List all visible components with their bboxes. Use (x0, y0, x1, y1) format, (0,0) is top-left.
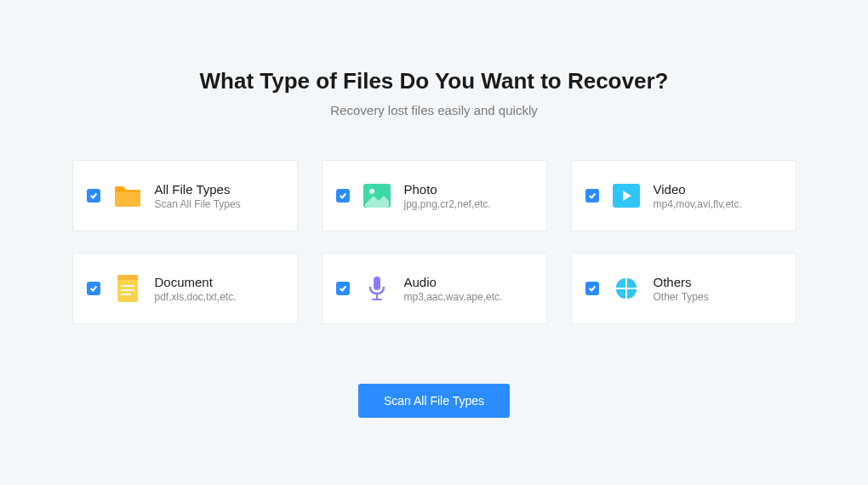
check-icon (89, 191, 98, 200)
checkbox-document[interactable] (87, 282, 100, 295)
svg-rect-9 (376, 294, 378, 299)
card-text: Audio mp3,aac,wav,ape,etc. (404, 275, 503, 303)
card-title: Document (155, 275, 237, 289)
card-text: All File Types Scan All File Types (155, 182, 241, 210)
checkbox-others[interactable] (585, 282, 599, 295)
card-text: Video mp4,mov,avi,flv,etc. (654, 182, 742, 210)
card-text: Document pdf,xls,doc,txt,etc. (155, 275, 237, 303)
svg-point-1 (369, 189, 374, 194)
card-video[interactable]: Video mp4,mov,avi,flv,etc. (571, 160, 797, 231)
checkbox-audio[interactable] (336, 282, 350, 295)
card-title: All File Types (155, 182, 241, 197)
checkbox-video[interactable] (585, 189, 599, 203)
scan-button[interactable]: Scan All File Types (358, 384, 510, 418)
card-text: Photo jpg,png,cr2,nef,etc. (404, 182, 491, 210)
checkbox-photo[interactable] (336, 189, 350, 203)
page-title: What Type of Files Do You Want to Recove… (0, 68, 868, 94)
svg-rect-5 (121, 285, 134, 287)
card-sub: jpg,png,cr2,nef,etc. (404, 198, 491, 210)
svg-rect-6 (121, 289, 134, 291)
card-title: Others (654, 275, 709, 289)
card-text: Others Other Types (654, 275, 709, 303)
card-title: Photo (404, 182, 491, 197)
card-others[interactable]: Others Other Types (571, 253, 797, 324)
card-all-file-types[interactable]: All File Types Scan All File Types (72, 160, 298, 231)
svg-rect-8 (374, 277, 380, 290)
svg-rect-7 (121, 294, 131, 295)
card-document[interactable]: Document pdf,xls,doc,txt,etc. (72, 253, 298, 324)
check-icon (89, 284, 98, 293)
svg-rect-4 (117, 275, 138, 280)
card-title: Video (654, 182, 742, 197)
page-subtitle: Recovery lost files easily and quickly (0, 103, 868, 117)
check-icon (588, 284, 597, 293)
photo-icon (362, 180, 392, 211)
card-sub: mp4,mov,avi,flv,etc. (654, 198, 742, 210)
check-icon (588, 191, 597, 200)
file-type-grid: All File Types Scan All File Types Photo… (0, 160, 868, 324)
others-icon (611, 273, 642, 304)
card-sub: Scan All File Types (155, 198, 241, 210)
card-photo[interactable]: Photo jpg,png,cr2,nef,etc. (322, 160, 547, 231)
card-sub: Other Types (654, 291, 709, 303)
check-icon (339, 191, 347, 200)
card-sub: mp3,aac,wav,ape,etc. (404, 291, 503, 303)
svg-rect-10 (372, 299, 382, 300)
card-sub: pdf,xls,doc,txt,etc. (155, 291, 237, 303)
check-icon (339, 284, 347, 293)
video-icon (611, 180, 642, 211)
microphone-icon (362, 273, 392, 304)
card-audio[interactable]: Audio mp3,aac,wav,ape,etc. (322, 253, 547, 324)
card-title: Audio (404, 275, 503, 289)
checkbox-all[interactable] (87, 189, 100, 203)
main-container: What Type of Files Do You Want to Recove… (0, 0, 868, 418)
folder-icon (112, 180, 143, 211)
document-icon (112, 273, 143, 304)
